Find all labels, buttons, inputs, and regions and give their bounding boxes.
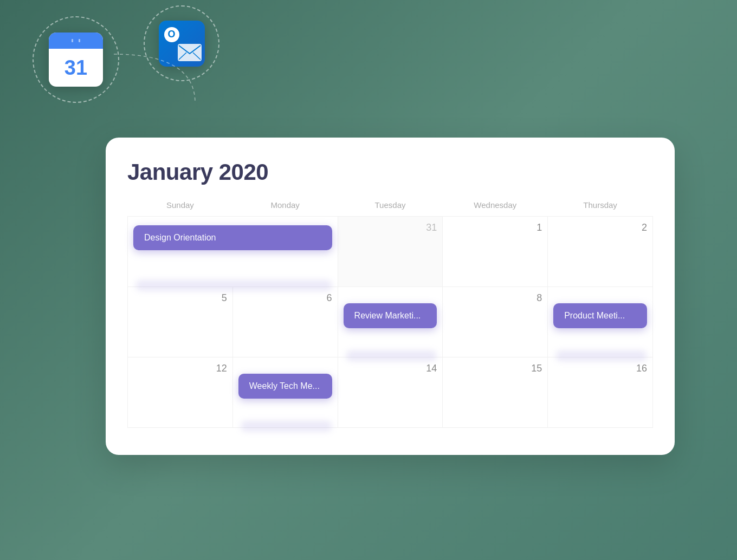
calendar-cell-dec29-30[interactable]: Design Orientation	[128, 217, 338, 287]
calendar-cell-jan1[interactable]: 1	[443, 217, 548, 287]
calendar-cell-jan15[interactable]: 15	[443, 357, 548, 428]
calendar-date-number: 31	[49, 49, 103, 87]
cell-date-14: 14	[344, 363, 437, 374]
cell-date-31: 31	[344, 222, 437, 233]
calendar-cell-jan14[interactable]: 14	[338, 357, 443, 428]
cal-top-decoration	[70, 38, 81, 43]
calendar-cell-jan12[interactable]: 12	[128, 357, 233, 428]
cell-date-15: 15	[448, 363, 542, 374]
cell-date-1: 1	[448, 222, 542, 233]
calendar-month-title: January 2020	[127, 159, 653, 185]
calendar-cell-jan16[interactable]: 16	[548, 357, 653, 428]
cell-date-12: 12	[133, 363, 227, 374]
svg-line-4	[193, 53, 201, 60]
week-row-3: 12 Weekly Tech Me... 14 15 16	[128, 357, 653, 428]
svg-rect-2	[178, 44, 202, 61]
cell-date-16: 16	[553, 363, 647, 374]
svg-rect-1	[79, 39, 80, 42]
svg-line-3	[179, 53, 186, 60]
outlook-envelope-icon	[178, 44, 202, 61]
cell-date-8: 8	[448, 292, 542, 304]
calendar-cell-jan7[interactable]: Review Marketi...	[338, 287, 443, 357]
google-calendar-icon: 31	[49, 32, 103, 87]
cell-date-2: 2	[553, 222, 647, 233]
calendar-cell-jan2[interactable]: 2	[548, 217, 653, 287]
cell-date-6: 6	[238, 292, 332, 304]
day-header-wednesday: Wednesday	[443, 200, 548, 217]
week-row-1: Design Orientation 31 1 2	[128, 217, 653, 287]
calendar-cell-jan6[interactable]: 6	[232, 287, 338, 357]
event-shadow-4	[241, 421, 332, 432]
weekly-tech-event[interactable]: Weekly Tech Me...	[238, 374, 332, 399]
cell-date-5: 5	[133, 292, 227, 304]
design-orientation-event[interactable]: Design Orientation	[133, 225, 332, 250]
calendar-cell-jan5[interactable]: 5	[128, 287, 233, 357]
calendar-grid: Sunday Monday Tuesday Wednesday Thursday…	[127, 200, 653, 428]
google-calendar-icon-circle: 31	[33, 16, 119, 103]
product-meeting-event[interactable]: Product Meeti...	[553, 303, 647, 328]
calendar-card: January 2020 Sunday Monday Tuesday Wedne…	[106, 138, 675, 455]
calendar-cell-jan8[interactable]: 8	[443, 287, 548, 357]
day-header-thursday: Thursday	[548, 200, 653, 217]
outlook-icon-circle: O	[144, 5, 219, 81]
day-header-tuesday: Tuesday	[338, 200, 443, 217]
day-headers-row: Sunday Monday Tuesday Wednesday Thursday	[128, 200, 653, 217]
review-marketing-event[interactable]: Review Marketi...	[344, 303, 437, 328]
day-header-monday: Monday	[232, 200, 338, 217]
week-row-2: 5 6 Review Marketi... 8	[128, 287, 653, 357]
svg-rect-0	[72, 39, 73, 42]
day-header-sunday: Sunday	[128, 200, 233, 217]
outlook-letter: O	[164, 27, 179, 42]
calendar-cell-dec31[interactable]: 31	[338, 217, 443, 287]
calendar-cell-jan13[interactable]: Weekly Tech Me...	[232, 357, 338, 428]
calendar-cell-jan9[interactable]: Product Meeti...	[548, 287, 653, 357]
outlook-icon: O	[159, 21, 205, 67]
connector-line	[98, 43, 206, 108]
